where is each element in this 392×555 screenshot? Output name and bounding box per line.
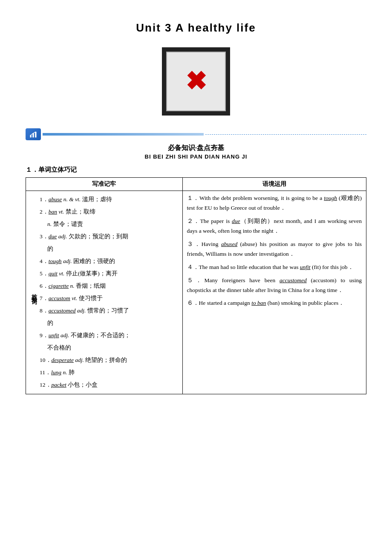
list-item: ３．Having abused (abuse) his position as …	[187, 240, 362, 259]
word-due: due	[49, 233, 57, 240]
subtitle-cn: 必备知识·盘点夯基	[26, 144, 366, 153]
page-container: Unit 3 A healthy life ✖ 必备知识·盘点夯基 BI BEI…	[0, 0, 392, 407]
blank-tough: tough	[324, 195, 337, 201]
vocab-list: 1．abuse n. & vt. 滥用；虐待 2．ban vt. 禁止；取缔 n…	[40, 194, 130, 391]
list-item: 10．desperate adj. 绝望的；拼命的	[40, 354, 130, 366]
context-num: ５．	[187, 277, 205, 283]
context-num: ６．	[187, 300, 199, 306]
pos: vt.	[59, 270, 64, 277]
red-x-icon: ✖	[185, 69, 207, 94]
pos: n.	[63, 369, 67, 376]
dashed-separator	[205, 134, 366, 135]
vocab-right-cell: １．With the debt problem worsening, it is…	[182, 191, 366, 394]
col2-header: 语境运用	[182, 178, 366, 191]
chart-icon	[29, 130, 37, 139]
list-item: ５．Many foreigners have been accustomed (…	[187, 276, 362, 295]
list-item: 不合格的	[47, 342, 130, 353]
pos: adj.	[77, 307, 86, 314]
list-item: 9．unfit adj. 不健康的；不合适的；	[40, 330, 130, 341]
pos: vt.	[72, 295, 77, 301]
image-box: ✖	[162, 47, 230, 116]
title-section: Unit 3 A healthy life	[26, 21, 366, 35]
word-lung: lung	[51, 369, 61, 376]
list-item: 6．cigarette n. 香烟；纸烟	[40, 280, 130, 292]
side-label: 核心单词	[30, 194, 40, 391]
list-item: 11．lung n. 肺	[40, 367, 130, 378]
list-item: 1．abuse n. & vt. 滥用；虐待	[40, 194, 130, 205]
word-cigarette: cigarette	[49, 283, 69, 289]
list-item: n. 禁令；谴责	[47, 218, 130, 230]
pos: adj.	[63, 258, 72, 264]
list-item: ２．The paper is due（到期的）next month, and I…	[187, 217, 362, 236]
list-item: 7．accustom vt. 使习惯于	[40, 292, 130, 304]
blue-bar	[43, 133, 204, 136]
list-item: 5．quit vt. 停止(做某事)；离开	[40, 268, 130, 279]
word-desperate: desperate	[52, 357, 74, 363]
left-content: 核心单词 1．abuse n. & vt. 滥用；虐待 2．ban vt. 禁止…	[30, 194, 178, 391]
list-item: 12．packet 小包；小盒	[40, 379, 130, 390]
section-icon	[26, 128, 41, 140]
pos: n.	[70, 283, 75, 289]
word-accustom: accustom	[49, 295, 70, 301]
word-unfit: unfit	[49, 332, 59, 338]
blank-toban: to ban	[251, 300, 266, 306]
section-header	[26, 128, 366, 140]
context-num: ４．	[187, 264, 199, 270]
word-packet: packet	[52, 382, 66, 388]
word-tough: tough	[49, 258, 62, 264]
list-item: １．With the debt problem worsening, it is…	[187, 194, 362, 213]
image-inner: ✖	[166, 52, 226, 111]
vocab-left-cell: 核心单词 1．abuse n. & vt. 滥用；虐待 2．ban vt. 禁止…	[26, 191, 183, 394]
word-abuse: abuse	[49, 196, 62, 202]
word-accustomed: accustomed	[49, 307, 76, 314]
page-title: Unit 3 A healthy life	[26, 21, 366, 35]
blank-abused: abused	[221, 241, 237, 247]
pos: adj.	[58, 233, 67, 240]
list-item: 3．due adj. 欠款的；预定的；到期	[40, 231, 130, 242]
list-item: 2．ban vt. 禁止；取缔	[40, 206, 130, 217]
col1-header: 写准记牢	[26, 178, 183, 191]
word-quit: quit	[49, 270, 58, 277]
pos: vt.	[58, 208, 64, 215]
blank-unfit: unfit	[300, 264, 311, 270]
blank-accustomed: accustomed	[280, 277, 307, 283]
svg-rect-0	[30, 135, 32, 138]
vocab-table: 写准记牢 语境运用 核心单词 1．abuse n. & vt. 滥用；虐待 2．…	[26, 177, 366, 394]
image-section: ✖	[26, 47, 366, 116]
list-item: ４．The man had so little education that h…	[187, 263, 362, 272]
subtitle-pinyin: BI BEI ZHI SHI PAN DIAN HANG JI	[26, 153, 366, 160]
subsection-label: １．单词立体巧记	[26, 166, 366, 174]
pos: n. & vt.	[63, 196, 81, 202]
pos: adj.	[75, 357, 84, 363]
list-item: ６．He started a campaign to ban (ban) smo…	[187, 298, 362, 308]
word-ban: ban	[49, 208, 57, 215]
svg-rect-2	[35, 132, 36, 137]
blank-due: due	[232, 218, 240, 224]
pos: n.	[47, 221, 52, 227]
context-num: ２．	[187, 218, 200, 224]
pos: adj.	[61, 332, 69, 338]
list-item: 的	[47, 243, 130, 254]
context-list: １．With the debt problem worsening, it is…	[187, 194, 362, 308]
list-item: 4．tough adj. 困难的；强硬的	[40, 255, 130, 267]
list-item: 8．accustomed adj. 惯常的；习惯了	[40, 305, 130, 316]
context-num: ３．	[187, 241, 202, 247]
list-item: 的	[47, 317, 130, 329]
context-num: １．	[187, 195, 199, 201]
